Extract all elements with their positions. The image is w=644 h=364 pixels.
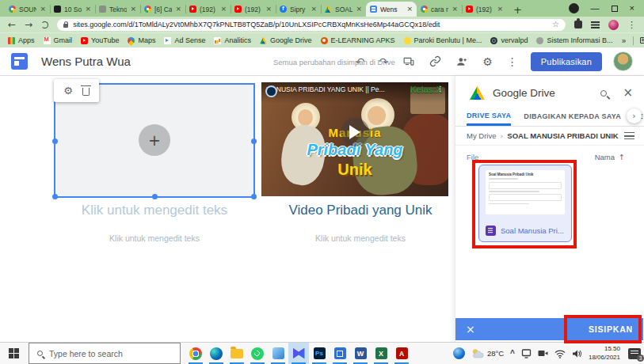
sort-ascending-icon[interactable]: ↑ (619, 153, 625, 161)
google-sites-logo[interactable] (11, 53, 28, 70)
breadcrumb-folder[interactable]: SOAL MANUSIA PRIBADI UNIK (507, 131, 620, 140)
bookmark-elearning[interactable]: E-LEARNING APKS (321, 36, 395, 44)
maximize-button[interactable] (612, 6, 618, 12)
browser-avatar[interactable] (608, 20, 619, 30)
delete-trash-icon[interactable] (82, 88, 90, 96)
minimize-button[interactable]: — (591, 4, 600, 13)
browser-tab[interactable]: cara m× (417, 2, 462, 17)
search-input[interactable] (49, 349, 160, 358)
back-button[interactable]: ← (8, 20, 16, 29)
bookmark-vervalpd[interactable]: vervalpd (490, 36, 528, 44)
reading-list-icon[interactable] (591, 21, 600, 23)
device-icon[interactable] (521, 348, 532, 358)
bookmark-maps[interactable]: Maps (128, 36, 155, 44)
word-icon[interactable]: W (350, 343, 371, 364)
browser-tab[interactable]: (192)× (185, 2, 231, 17)
site-title[interactable]: Wens Putra Wua (41, 55, 131, 68)
new-tab-button[interactable]: + (513, 5, 522, 15)
close-window-button[interactable]: × (630, 4, 634, 13)
url-text[interactable]: sites.google.com/d/1ToMldALy2Vt0MhbX7Q7k… (73, 21, 547, 28)
tray-expand-icon[interactable]: ^ (510, 349, 515, 358)
share-add-person-icon[interactable] (455, 56, 468, 67)
browser-profile-icon[interactable] (569, 3, 579, 13)
account-avatar[interactable] (613, 51, 633, 71)
chrome-taskbar-icon[interactable] (185, 343, 206, 364)
tab-dibagikan-kepada-saya[interactable]: DIBAGIKAN KEPADA SAYA (524, 107, 621, 126)
bookmark-star-icon[interactable]: ☆ (552, 21, 559, 28)
acrobat-icon[interactable]: A (391, 343, 412, 364)
whatsapp-icon[interactable] (247, 343, 268, 364)
file-card-soal-manusia[interactable]: Soal Manusia Pribadi Unik Soal Manusia P… (478, 165, 572, 242)
taskbar-clock[interactable]: 15.50 18/06/2021 (589, 345, 620, 362)
media-player-icon-active[interactable] (288, 343, 309, 364)
resize-handle[interactable] (52, 194, 58, 199)
browser-tab[interactable]: (192) (× (462, 2, 507, 17)
tab-close-icon[interactable]: × (220, 6, 227, 13)
tab-close-icon[interactable]: × (311, 6, 317, 13)
photoshop-icon[interactable]: Ps (309, 343, 330, 364)
video-more-icon[interactable]: ⋮ (436, 85, 444, 93)
volume-icon[interactable] (572, 349, 582, 358)
browser-tab[interactable]: SOAL× (321, 2, 366, 17)
browser-menu-icon[interactable]: ⋮ (627, 21, 636, 29)
edge-taskbar-icon[interactable] (206, 343, 227, 364)
embedded-video-player[interactable]: Kelas:X MANUSIA PRIBADI YANG UNIK || Pe.… (261, 82, 448, 196)
caption-placeholder[interactable]: Klik untuk mengedit teks (261, 233, 459, 243)
photos-app-icon[interactable] (268, 343, 288, 364)
browser-tab[interactable]: [6] Ca× (140, 2, 185, 17)
settings-gear-icon[interactable]: ⚙ (482, 56, 493, 67)
breadcrumb-my-drive[interactable]: My Drive (467, 131, 496, 140)
wifi-icon[interactable] (554, 349, 566, 358)
bookmark-drive[interactable]: Google Drive (260, 36, 312, 44)
browser-tab[interactable]: 10 So× (50, 2, 95, 17)
add-image-button[interactable]: + (139, 124, 170, 156)
caption-placeholder[interactable]: Klik untuk mengedit teks (48, 233, 261, 243)
video-heading[interactable]: Video Pribadi yang Unik (261, 203, 459, 218)
start-button[interactable] (0, 343, 27, 364)
insert-button[interactable]: SISIPKAN (589, 324, 633, 334)
bookmark-adsense[interactable]: Ad Sense (164, 36, 205, 44)
address-bar[interactable]: sites.google.com/d/1ToMldALy2Vt0MhbX7Q7k… (57, 19, 566, 31)
bookmark-analytics[interactable]: Analitics (214, 36, 251, 44)
bookmark-paroki[interactable]: Paroki Benlutu | Me... (404, 36, 482, 44)
play-button[interactable] (341, 118, 369, 146)
tabs-scroll-chevron[interactable]: › (627, 108, 642, 123)
resize-handle[interactable] (251, 194, 257, 199)
tab-close-icon[interactable]: × (406, 6, 413, 13)
sort-by-name[interactable]: Nama (595, 153, 615, 161)
tab-close-icon[interactable]: × (130, 6, 136, 13)
browser-tab[interactable]: Sipry× (276, 2, 321, 17)
panel-close-icon[interactable]: × (623, 87, 633, 99)
search-icon[interactable] (600, 90, 607, 97)
cancel-selection-icon[interactable]: × (466, 324, 475, 335)
forward-button[interactable]: → (25, 20, 32, 29)
tab-close-icon[interactable]: × (497, 6, 503, 13)
file-explorer-icon[interactable] (227, 343, 247, 364)
browser-tab[interactable]: Tekno× (95, 2, 140, 17)
element-settings-icon[interactable]: ⚙ (63, 85, 73, 96)
bookmarks-overflow-icon[interactable]: » (621, 36, 626, 45)
browser-tab[interactable]: (192) l× (231, 2, 276, 17)
tab-close-icon[interactable]: × (175, 6, 181, 13)
more-menu-icon[interactable]: ⋮ (507, 56, 518, 67)
tab-close-icon[interactable]: × (85, 6, 91, 13)
tab-close-icon[interactable]: × (265, 6, 272, 13)
notification-center-icon[interactable]: 3 (628, 348, 641, 359)
tab-close-icon[interactable]: × (452, 6, 458, 13)
list-view-toggle-icon[interactable] (624, 132, 634, 139)
tab-close-icon[interactable]: × (40, 6, 46, 13)
excel-icon[interactable]: X (371, 343, 391, 364)
preview-devices-icon[interactable] (402, 56, 415, 67)
bookmark-gmail[interactable]: Gmail (44, 36, 73, 44)
reload-button[interactable] (41, 21, 48, 28)
weather-widget[interactable]: 28°C (471, 348, 504, 358)
tab-drive-saya[interactable]: DRIVE SAYA (467, 107, 511, 126)
publish-button[interactable]: Publikasikan (531, 52, 602, 71)
bookmark-apps[interactable]: Apps (8, 36, 35, 44)
bookmark-youtube[interactable]: YouTube (81, 36, 119, 44)
resize-handle[interactable] (52, 138, 58, 144)
tray-app-icon[interactable] (453, 347, 465, 359)
reading-list-button[interactable]: Reading list (640, 36, 644, 44)
resize-handle[interactable] (152, 194, 158, 199)
browser-tab[interactable]: SOUN× (5, 2, 50, 17)
